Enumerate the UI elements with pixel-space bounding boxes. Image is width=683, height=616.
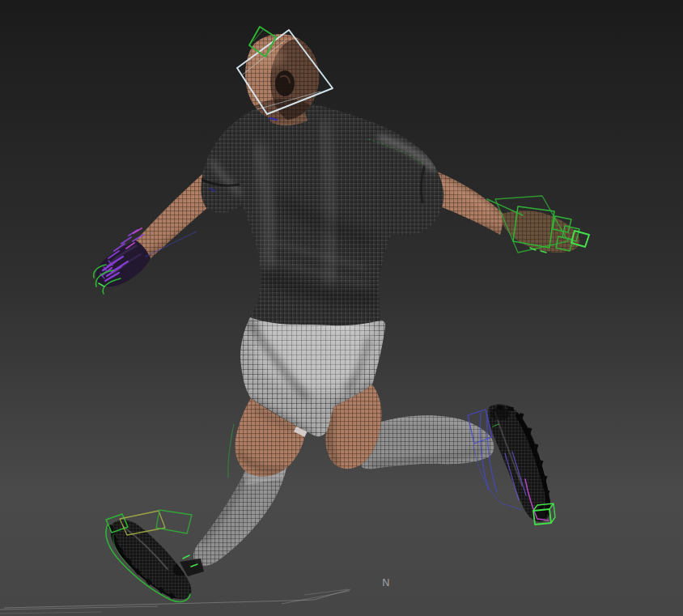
viewport-canvas[interactable]: N	[0, 0, 683, 616]
compass-label: N	[382, 576, 390, 588]
ear	[275, 70, 295, 96]
viewport-3d[interactable]: N	[0, 0, 683, 616]
